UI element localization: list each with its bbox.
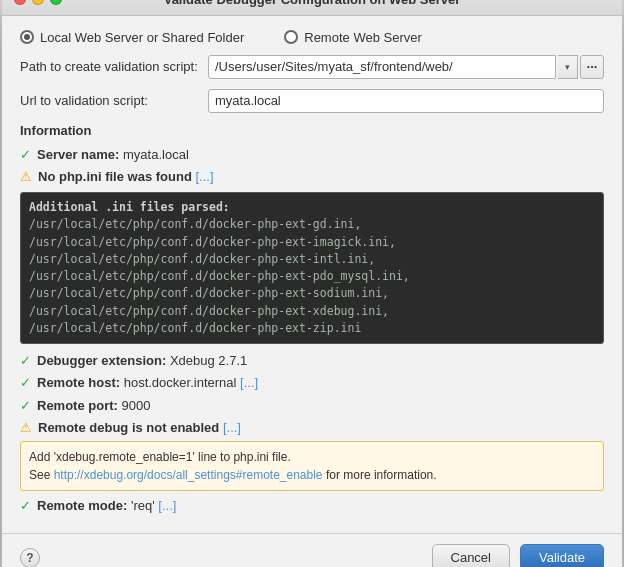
validate-button[interactable]: Validate (520, 544, 604, 567)
path-ellipsis-button[interactable]: ··· (580, 55, 604, 79)
ini-files-header: Additional .ini files parsed: (29, 200, 230, 214)
path-input[interactable] (208, 55, 556, 79)
close-button[interactable] (14, 0, 26, 5)
radio-group: Local Web Server or Shared Folder Remote… (20, 30, 604, 45)
server-name-row: ✓ Server name: myata.local (20, 144, 604, 166)
url-input-wrapper (208, 89, 604, 113)
remote-radio-label: Remote Web Server (304, 30, 422, 45)
remote-debug-warn-icon: ⚠ (20, 419, 32, 437)
path-dropdown-button[interactable]: ▾ (558, 55, 578, 79)
warning-line2: See http://xdebug.org/docs/all_settings#… (29, 466, 595, 484)
dialog-title: Validate Debugger Configuration on Web S… (164, 0, 461, 7)
maximize-button[interactable] (50, 0, 62, 5)
remote-server-radio[interactable]: Remote Web Server (284, 30, 422, 45)
server-name-text: Server name: myata.local (37, 146, 604, 164)
remote-radio-circle (284, 30, 298, 44)
minimize-button[interactable] (32, 0, 44, 5)
local-server-radio[interactable]: Local Web Server or Shared Folder (20, 30, 244, 45)
remote-port-row: ✓ Remote port: 9000 (20, 395, 604, 417)
url-input[interactable] (208, 89, 604, 113)
debugger-row: ✓ Debugger extension: Xdebug 2.7.1 (20, 350, 604, 372)
remote-host-link[interactable]: [...] (240, 375, 258, 390)
ini-file-item: /usr/local/etc/php/conf.d/docker-php-ext… (29, 303, 595, 320)
dialog: Validate Debugger Configuration on Web S… (2, 0, 622, 567)
ini-files-box: Additional .ini files parsed: /usr/local… (20, 192, 604, 344)
information-section: Information ✓ Server name: myata.local ⚠… (20, 123, 604, 517)
ini-file-item: /usr/local/etc/php/conf.d/docker-php-ext… (29, 268, 595, 285)
ini-file-item: /usr/local/etc/php/conf.d/docker-php-ext… (29, 320, 595, 337)
ini-file-item: /usr/local/etc/php/conf.d/docker-php-ext… (29, 216, 595, 233)
url-row: Url to validation script: (20, 89, 604, 113)
remote-mode-text: Remote mode: 'req' [...] (37, 497, 604, 515)
remote-mode-row: ✓ Remote mode: 'req' [...] (20, 495, 604, 517)
url-label: Url to validation script: (20, 93, 200, 108)
remote-debug-link[interactable]: [...] (223, 420, 241, 435)
local-radio-label: Local Web Server or Shared Folder (40, 30, 244, 45)
cancel-button[interactable]: Cancel (432, 544, 510, 567)
debugger-check-icon: ✓ (20, 352, 31, 370)
remote-host-row: ✓ Remote host: host.docker.internal [...… (20, 372, 604, 394)
path-label: Path to create validation script: (20, 59, 200, 74)
path-input-wrapper: ▾ ··· (208, 55, 604, 79)
local-radio-circle (20, 30, 34, 44)
remote-mode-link[interactable]: [...] (158, 498, 176, 513)
path-row: Path to create validation script: ▾ ··· (20, 55, 604, 79)
ini-file-item: /usr/local/etc/php/conf.d/docker-php-ext… (29, 285, 595, 302)
warning-link[interactable]: http://xdebug.org/docs/all_settings#remo… (54, 468, 323, 482)
no-phpini-link[interactable]: [...] (195, 169, 213, 184)
remote-host-text: Remote host: host.docker.internal [...] (37, 374, 604, 392)
remote-port-check-icon: ✓ (20, 397, 31, 415)
help-button[interactable]: ? (20, 548, 40, 567)
remote-host-check-icon: ✓ (20, 374, 31, 392)
remote-debug-row: ⚠ Remote debug is not enabled [...] (20, 417, 604, 439)
dialog-content: Local Web Server or Shared Folder Remote… (2, 16, 622, 527)
no-phpini-text: No php.ini file was found [...] (38, 168, 604, 186)
traffic-lights (14, 0, 62, 5)
warning-box: Add 'xdebug.remote_enable=1' line to php… (20, 441, 604, 491)
dialog-footer: ? Cancel Validate (2, 533, 622, 567)
ini-file-item: /usr/local/etc/php/conf.d/docker-php-ext… (29, 234, 595, 251)
no-phpini-row: ⚠ No php.ini file was found [...] (20, 166, 604, 188)
ini-files-list: /usr/local/etc/php/conf.d/docker-php-ext… (29, 216, 595, 337)
warning-line1: Add 'xdebug.remote_enable=1' line to php… (29, 448, 595, 466)
remote-debug-text: Remote debug is not enabled [...] (38, 419, 604, 437)
remote-mode-check-icon: ✓ (20, 497, 31, 515)
button-group: Cancel Validate (432, 544, 604, 567)
server-name-check-icon: ✓ (20, 146, 31, 164)
debugger-text: Debugger extension: Xdebug 2.7.1 (37, 352, 604, 370)
ini-file-item: /usr/local/etc/php/conf.d/docker-php-ext… (29, 251, 595, 268)
remote-port-text: Remote port: 9000 (37, 397, 604, 415)
title-bar: Validate Debugger Configuration on Web S… (2, 0, 622, 16)
no-phpini-warn-icon: ⚠ (20, 168, 32, 186)
information-header: Information (20, 123, 604, 138)
